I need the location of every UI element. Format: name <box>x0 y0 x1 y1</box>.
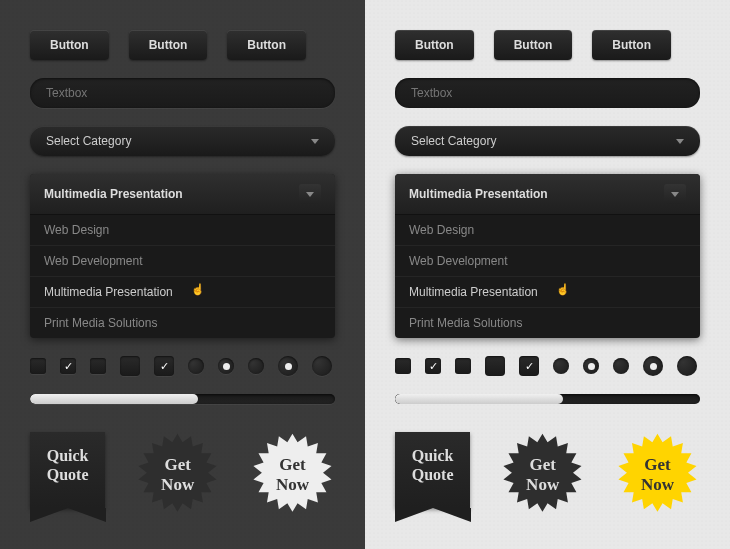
dropdown-header[interactable]: Multimedia Presentation <box>30 174 335 215</box>
badge-row: Quick Quote GetNow GetNow <box>395 432 700 518</box>
progress-bar <box>30 394 335 404</box>
dropdown-toggle-button[interactable] <box>299 184 321 204</box>
progress-fill <box>30 394 198 404</box>
checkbox-small-checked[interactable]: ✓ <box>425 358 441 374</box>
get-now-badge-dark[interactable]: GetNow <box>500 432 585 518</box>
textbox-input[interactable] <box>30 78 335 108</box>
checkbox-small-checked[interactable]: ✓ <box>60 358 76 374</box>
dropdown-header[interactable]: Multimedia Presentation <box>395 174 700 215</box>
dropdown-item[interactable]: Print Media Solutions <box>395 308 700 338</box>
radio-small[interactable] <box>553 358 569 374</box>
dropdown-item[interactable]: Multimedia Presentation☝ <box>30 277 335 308</box>
quick-quote-ribbon[interactable]: Quick Quote <box>30 432 105 508</box>
badge-row: Quick Quote GetNow GetNow <box>30 432 335 518</box>
button-row: Button Button Button <box>395 30 700 60</box>
chevron-down-icon <box>311 139 319 144</box>
light-theme-panel: Button Button Button Select Category Mul… <box>365 0 730 549</box>
cursor-icon: ☝ <box>191 283 205 296</box>
dropdown-header-label: Multimedia Presentation <box>44 187 183 201</box>
ribbon-line1: Quick <box>401 446 464 465</box>
dropdown-item[interactable]: Multimedia Presentation☝ <box>395 277 700 308</box>
checkbox-small[interactable] <box>90 358 106 374</box>
ribbon-line2: Quote <box>401 465 464 484</box>
dropdown-header-label: Multimedia Presentation <box>409 187 548 201</box>
ribbon-line1: Quick <box>36 446 99 465</box>
dropdown-toggle-button[interactable] <box>664 184 686 204</box>
category-select[interactable]: Select Category <box>395 126 700 156</box>
radio-small-checked[interactable] <box>218 358 234 374</box>
dropdown-menu: Multimedia Presentation Web Design Web D… <box>395 174 700 338</box>
chevron-down-icon <box>306 192 314 197</box>
checkbox-radio-row: ✓ ✓ <box>395 356 700 376</box>
checkbox-small[interactable] <box>395 358 411 374</box>
ribbon-line2: Quote <box>36 465 99 484</box>
chevron-down-icon <box>671 192 679 197</box>
radio-large[interactable] <box>677 356 697 376</box>
checkbox-large-checked[interactable]: ✓ <box>154 356 174 376</box>
radio-small-checked[interactable] <box>583 358 599 374</box>
checkbox-large-checked[interactable]: ✓ <box>519 356 539 376</box>
get-now-badge-light[interactable]: GetNow <box>250 432 335 518</box>
radio-small[interactable] <box>613 358 629 374</box>
dropdown-menu: Multimedia Presentation Web Design Web D… <box>30 174 335 338</box>
button-3[interactable]: Button <box>592 30 671 60</box>
dropdown-item[interactable]: Web Design <box>30 215 335 246</box>
progress-bar <box>395 394 700 404</box>
textbox-input[interactable] <box>395 78 700 108</box>
radio-large-checked[interactable] <box>643 356 663 376</box>
button-2[interactable]: Button <box>494 30 573 60</box>
radio-small[interactable] <box>188 358 204 374</box>
button-row: Button Button Button <box>30 30 335 60</box>
checkbox-radio-row: ✓ ✓ <box>30 356 335 376</box>
checkbox-small[interactable] <box>30 358 46 374</box>
radio-small[interactable] <box>248 358 264 374</box>
get-now-badge-dark[interactable]: GetNow <box>135 432 220 518</box>
button-3[interactable]: Button <box>227 30 306 60</box>
radio-large-checked[interactable] <box>278 356 298 376</box>
chevron-down-icon <box>676 139 684 144</box>
select-label: Select Category <box>46 134 131 148</box>
progress-fill <box>395 394 563 404</box>
dark-theme-panel: Button Button Button Select Category Mul… <box>0 0 365 549</box>
button-1[interactable]: Button <box>395 30 474 60</box>
dropdown-item[interactable]: Web Development <box>395 246 700 277</box>
button-1[interactable]: Button <box>30 30 109 60</box>
checkbox-small[interactable] <box>455 358 471 374</box>
button-2[interactable]: Button <box>129 30 208 60</box>
dropdown-item[interactable]: Print Media Solutions <box>30 308 335 338</box>
dropdown-item[interactable]: Web Development <box>30 246 335 277</box>
get-now-badge-yellow[interactable]: GetNow <box>615 432 700 518</box>
dropdown-item[interactable]: Web Design <box>395 215 700 246</box>
cursor-icon: ☝ <box>556 283 570 296</box>
checkbox-large[interactable] <box>120 356 140 376</box>
quick-quote-ribbon[interactable]: Quick Quote <box>395 432 470 508</box>
checkbox-large[interactable] <box>485 356 505 376</box>
radio-large[interactable] <box>312 356 332 376</box>
category-select[interactable]: Select Category <box>30 126 335 156</box>
select-label: Select Category <box>411 134 496 148</box>
